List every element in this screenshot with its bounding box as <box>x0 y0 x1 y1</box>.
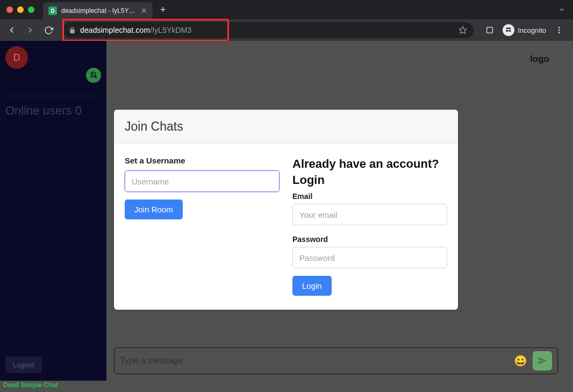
window-zoom-button[interactable] <box>28 6 34 13</box>
brand-logo-text: logo <box>530 54 549 65</box>
tab-favicon: D <box>48 6 57 15</box>
join-chat-modal: Join Chats Set a Username Join Room Alre… <box>114 110 458 310</box>
svg-point-3 <box>509 30 511 32</box>
page-viewport: Copy the chat room URL D Online users 0 … <box>0 41 573 392</box>
tab-close-button[interactable]: ✕ <box>141 7 147 15</box>
footer-brand-label: Dead Simple Chat <box>3 381 58 389</box>
incognito-label: Incognito <box>518 26 546 34</box>
emoji-picker-button[interactable]: 😀 <box>514 354 527 367</box>
divider <box>5 96 101 96</box>
message-compose-bar: 😀 <box>114 347 558 374</box>
login-panel: Already have an account? Login Email Pas… <box>292 156 447 296</box>
notifications-muted-icon[interactable] <box>86 68 101 83</box>
svg-point-4 <box>558 27 560 28</box>
join-room-button[interactable]: Join Room <box>125 199 183 219</box>
modal-title: Join Chats <box>125 119 447 134</box>
new-tab-button[interactable]: + <box>160 4 166 16</box>
svg-point-5 <box>558 30 560 31</box>
set-username-panel: Set a Username Join Room <box>125 156 280 296</box>
message-input[interactable] <box>120 356 514 366</box>
email-label: Email <box>292 192 447 201</box>
lock-icon <box>69 27 76 34</box>
tab-title: deadsimplechat - IyL5YkDM3 <box>61 7 137 15</box>
chat-sidebar: D Online users 0 Logout <box>0 41 106 381</box>
address-text: deadsimplechat.com/IyL5YkDM3 <box>80 26 191 34</box>
back-button[interactable] <box>4 23 19 38</box>
online-count: 0 <box>75 104 82 117</box>
browser-tab-strip: D deadsimplechat - IyL5YkDM3 ✕ + <box>0 0 573 19</box>
incognito-indicator[interactable]: Incognito <box>503 24 546 36</box>
modal-header: Join Chats <box>114 110 458 144</box>
address-bar[interactable]: deadsimplechat.com/IyL5YkDM3 <box>62 22 474 38</box>
online-users-label: Online users 0 <box>0 104 106 118</box>
browser-toolbar: deadsimplechat.com/IyL5YkDM3 Incognito <box>0 19 573 41</box>
username-label: Set a Username <box>125 156 280 165</box>
email-input[interactable] <box>292 204 447 225</box>
svg-marker-0 <box>460 26 467 33</box>
chat-app: D Online users 0 Logout logo Join Chats <box>0 41 565 381</box>
browser-menu-button[interactable] <box>551 23 567 38</box>
window-close-button[interactable] <box>6 6 13 13</box>
forward-button[interactable] <box>23 23 38 38</box>
extensions-button[interactable] <box>482 23 497 38</box>
tab-list-button[interactable] <box>558 6 565 13</box>
window-controls <box>6 6 34 13</box>
url-host: deadsimplechat.com <box>80 26 150 34</box>
bookmark-star-icon[interactable] <box>459 26 467 34</box>
browser-tab[interactable]: D deadsimplechat - IyL5YkDM3 ✕ <box>43 2 153 19</box>
logout-button[interactable]: Logout <box>5 357 42 373</box>
incognito-icon <box>503 24 514 36</box>
username-input[interactable] <box>125 170 280 192</box>
url-path: /IyL5YkDM3 <box>150 26 191 34</box>
chat-main: logo Join Chats Set a Username Join Room… <box>106 41 565 381</box>
password-label: Password <box>292 235 447 244</box>
user-avatar[interactable]: D <box>5 46 28 69</box>
window-minimize-button[interactable] <box>17 6 24 13</box>
reload-button[interactable] <box>41 23 56 38</box>
online-text: Online users <box>5 104 72 117</box>
svg-point-6 <box>558 32 560 33</box>
login-button[interactable]: Login <box>292 276 332 296</box>
send-button[interactable] <box>533 351 552 370</box>
svg-rect-1 <box>487 27 493 33</box>
login-heading: Already have an account? Login <box>292 156 447 188</box>
password-input[interactable] <box>292 247 447 268</box>
svg-point-2 <box>506 30 508 32</box>
